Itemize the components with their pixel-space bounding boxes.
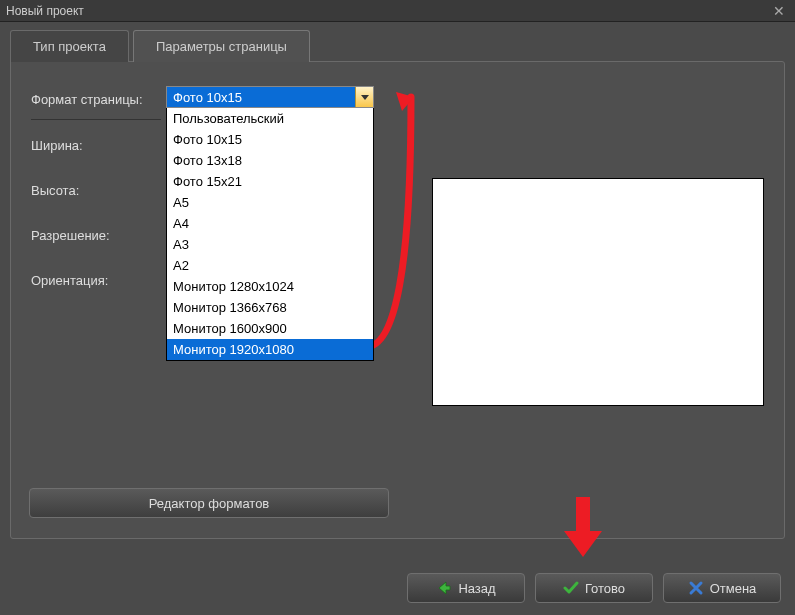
content-area: Тип проекта Параметры страницы Формат ст… (0, 22, 795, 549)
dropdown-option[interactable]: A2 (167, 255, 373, 276)
dropdown-option[interactable]: A5 (167, 192, 373, 213)
done-label: Готово (585, 581, 625, 596)
footer-buttons: Назад Готово Отмена (407, 573, 781, 603)
done-button[interactable]: Готово (535, 573, 653, 603)
label-resolution: Разрешение: (31, 228, 161, 243)
panel-page-params: Формат страницы: Ширина: Высота: Разреше… (10, 61, 785, 539)
format-editor-button[interactable]: Редактор форматов (29, 488, 389, 518)
dropdown-selected-row[interactable]: Фото 10x15 (166, 86, 374, 108)
arrow-left-icon (436, 580, 452, 596)
back-button[interactable]: Назад (407, 573, 525, 603)
dropdown-option[interactable]: A4 (167, 213, 373, 234)
page-format-dropdown[interactable]: Фото 10x15 ПользовательскийФото 10x15Фот… (166, 86, 374, 361)
close-icon[interactable]: ✕ (769, 3, 789, 19)
dropdown-option[interactable]: Монитор 1920x1080 (167, 339, 373, 360)
dropdown-selected-text: Фото 10x15 (167, 87, 355, 107)
dropdown-option[interactable]: Монитор 1280x1024 (167, 276, 373, 297)
form-labels: Формат страницы: Ширина: Высота: Разреше… (31, 92, 161, 318)
window-title: Новый проект (6, 4, 84, 18)
label-orientation: Ориентация: (31, 273, 161, 288)
dropdown-option[interactable]: A3 (167, 234, 373, 255)
back-label: Назад (458, 581, 495, 596)
divider (31, 119, 161, 120)
label-width: Ширина: (31, 138, 161, 153)
tab-project-type[interactable]: Тип проекта (10, 30, 129, 62)
dropdown-option[interactable]: Монитор 1366x768 (167, 297, 373, 318)
dropdown-option[interactable]: Фото 13x18 (167, 150, 373, 171)
format-editor-label: Редактор форматов (149, 496, 270, 511)
dropdown-option[interactable]: Фото 10x15 (167, 129, 373, 150)
tab-bar: Тип проекта Параметры страницы (10, 30, 785, 62)
dropdown-toggle-button[interactable] (355, 87, 373, 107)
page-preview (432, 178, 764, 406)
dropdown-option[interactable]: Фото 15x21 (167, 171, 373, 192)
tab-page-params[interactable]: Параметры страницы (133, 30, 310, 62)
check-icon (563, 580, 579, 596)
dropdown-option[interactable]: Монитор 1600x900 (167, 318, 373, 339)
dropdown-option[interactable]: Пользовательский (167, 108, 373, 129)
label-page-format: Формат страницы: (31, 92, 161, 107)
cancel-button[interactable]: Отмена (663, 573, 781, 603)
cross-icon (688, 580, 704, 596)
titlebar: Новый проект ✕ (0, 0, 795, 22)
label-height: Высота: (31, 183, 161, 198)
cancel-label: Отмена (710, 581, 757, 596)
chevron-down-icon (361, 95, 369, 100)
dropdown-list[interactable]: ПользовательскийФото 10x15Фото 13x18Фото… (166, 108, 374, 361)
